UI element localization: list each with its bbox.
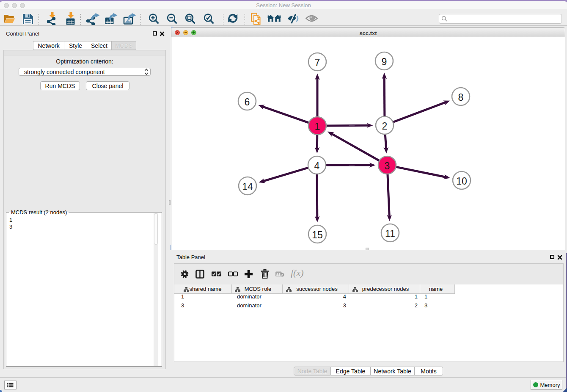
svg-text:2: 2 xyxy=(382,121,388,132)
svg-text:6: 6 xyxy=(245,97,250,108)
svg-text:9: 9 xyxy=(382,56,387,67)
svg-text:14: 14 xyxy=(242,181,253,192)
svg-text:4: 4 xyxy=(314,160,320,171)
svg-text:8: 8 xyxy=(458,92,464,103)
svg-text:1: 1 xyxy=(315,121,320,132)
svg-text:3: 3 xyxy=(385,160,390,171)
svg-text:7: 7 xyxy=(315,57,320,68)
svg-text:15: 15 xyxy=(312,229,323,240)
svg-text:11: 11 xyxy=(385,228,395,239)
svg-text:10: 10 xyxy=(456,176,467,187)
